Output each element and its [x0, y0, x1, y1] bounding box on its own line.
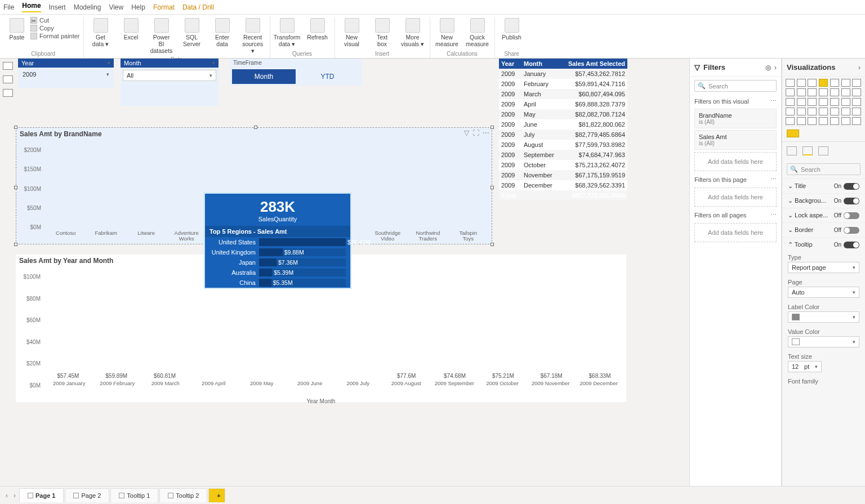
table-row[interactable]: 2009June$81,822,800.062: [499, 119, 627, 130]
slicer-month[interactable]: Month▾ All▾: [121, 59, 219, 106]
ribbon-publish[interactable]: Publish: [498, 17, 525, 42]
viz-type-icon[interactable]: [786, 79, 795, 87]
fmt-page-select[interactable]: Auto▾: [788, 287, 859, 298]
table-row[interactable]: 2009October$75,213,262.4072: [499, 160, 627, 170]
add-page-button[interactable]: +: [208, 488, 225, 502]
fmt-textsize-input[interactable]: 12 pt▾: [788, 361, 822, 372]
format-tooltip[interactable]: ⌃ TooltipOn: [782, 237, 865, 252]
viz-type-icon[interactable]: [786, 88, 795, 96]
viz-type-icon[interactable]: [797, 79, 806, 87]
viz-type-icon[interactable]: [786, 117, 795, 125]
viz-type-icon[interactable]: [797, 117, 806, 125]
viz-type-icon[interactable]: [841, 117, 850, 125]
ribbon-text-box[interactable]: Textbox: [369, 17, 396, 48]
slicer-year-value[interactable]: 2009: [23, 71, 36, 78]
viz-type-icon[interactable]: [852, 88, 861, 96]
ribbon-new-visual[interactable]: Newvisual: [338, 17, 365, 48]
format-tab-icon[interactable]: [802, 146, 813, 155]
analytics-tab-icon[interactable]: [818, 146, 828, 155]
viz-type-icon[interactable]: [852, 98, 861, 106]
viz-type-icon[interactable]: [830, 88, 839, 96]
ribbon-get-data-[interactable]: Getdata ▾: [87, 17, 114, 48]
fmt-valuecolor-select[interactable]: ▾: [788, 336, 859, 347]
viz-type-icon[interactable]: [841, 79, 850, 87]
viz-type-icon[interactable]: [808, 88, 817, 96]
format-backgrou[interactable]: ⌄ Backgrou...On: [782, 193, 865, 208]
table-row[interactable]: 2009January$57,453,262.7812: [499, 69, 627, 79]
copy-button[interactable]: Copy: [30, 25, 80, 32]
table-row[interactable]: 2009February$59,891,424.7116: [499, 79, 627, 89]
viz-type-icon[interactable]: [830, 79, 839, 87]
viz-type-icon[interactable]: [808, 79, 817, 87]
chevron-down-icon[interactable]: ▾: [106, 72, 109, 77]
slicer-month-dropdown[interactable]: All▾: [123, 70, 216, 81]
format-painter-button[interactable]: Format painter: [30, 33, 80, 39]
page-tab[interactable]: Tooltip 2: [159, 488, 207, 502]
ribbon-more-visuals-[interactable]: Morevisuals ▾: [399, 17, 426, 48]
viz-type-icon[interactable]: [797, 108, 806, 115]
format-title[interactable]: ⌄ TitleOn: [782, 179, 865, 193]
more-icon[interactable]: ⋯: [483, 129, 489, 137]
more-icon[interactable]: ⋯: [770, 97, 777, 105]
filter-drop-visual[interactable]: Add data fields here: [694, 152, 777, 171]
filter-drop-page[interactable]: Add data fields here: [694, 188, 777, 207]
viz-type-icon[interactable]: [852, 117, 861, 125]
report-view-icon[interactable]: [3, 62, 13, 70]
table-row[interactable]: 2009July$82,779,485.6864: [499, 130, 627, 140]
focus-icon[interactable]: ⛶: [472, 129, 479, 137]
page-tab[interactable]: Page 2: [65, 488, 109, 502]
timeframe-ytd-button[interactable]: YTD: [296, 69, 359, 84]
menu-format[interactable]: Format: [153, 3, 175, 11]
viz-type-icon[interactable]: [852, 108, 861, 115]
viz-type-icon[interactable]: [830, 108, 839, 115]
format-border[interactable]: ⌄ BorderOff: [782, 222, 865, 237]
viz-type-icon[interactable]: [830, 117, 839, 125]
filter-drop-all[interactable]: Add data fields here: [694, 223, 777, 242]
viz-type-icon[interactable]: [819, 88, 828, 96]
chevron-down-icon[interactable]: ▾: [212, 60, 215, 66]
paste-button[interactable]: Paste: [7, 17, 26, 42]
viz-type-icon[interactable]: [841, 88, 850, 96]
timeframe-month-button[interactable]: Month: [232, 69, 296, 84]
table-row[interactable]: 2009May$82,082,708.7124: [499, 109, 627, 119]
color-chip[interactable]: [787, 130, 799, 137]
chevron-right-icon[interactable]: ›: [858, 64, 860, 72]
menu-help[interactable]: Help: [131, 3, 145, 11]
cut-button[interactable]: ✂Cut: [30, 17, 80, 24]
viz-type-icon[interactable]: [819, 117, 828, 125]
data-view-icon[interactable]: [3, 75, 13, 83]
viz-type-icon[interactable]: [808, 108, 817, 115]
col-sales[interactable]: Sales Amt Selected: [563, 59, 627, 69]
page-tab[interactable]: Tooltip 1: [110, 488, 158, 502]
ribbon-recent-sources-[interactable]: Recentsources ▾: [239, 17, 266, 55]
filter-icon[interactable]: ▽: [464, 129, 469, 137]
slicer-year[interactable]: Year▾ 2009▾: [18, 59, 114, 88]
report-canvas[interactable]: Year▾ 2009▾ Month▾ All▾ TimeFrame Month …: [16, 59, 865, 486]
more-icon[interactable]: ⋯: [770, 176, 777, 183]
tab-prev[interactable]: ‹: [3, 492, 10, 499]
viz-type-icon[interactable]: [797, 88, 806, 96]
filter-card-brandname[interactable]: BrandNameis (All): [694, 109, 777, 128]
menu-insert[interactable]: Insert: [49, 3, 66, 11]
table-row[interactable]: 2009April$69,888,328.7379: [499, 99, 627, 109]
table-row[interactable]: 2009December$68,329,562.3391: [499, 180, 627, 190]
viz-type-icon[interactable]: [819, 79, 828, 87]
table-row[interactable]: 2009September$74,684,747.963: [499, 150, 627, 160]
tab-next[interactable]: ›: [11, 492, 18, 499]
table-row[interactable]: 2009November$67,175,159.9519: [499, 170, 627, 180]
ribbon-sql-server[interactable]: SQLServer: [179, 17, 206, 48]
table-row[interactable]: 2009March$60,807,494.095: [499, 89, 627, 99]
viz-type-icon[interactable]: [808, 117, 817, 125]
ribbon-power-bi-datasets[interactable]: PowerBI datasets: [148, 17, 175, 55]
ribbon-new-measure[interactable]: Newmeasure: [434, 17, 461, 48]
viz-type-icon[interactable]: [852, 79, 861, 87]
fmt-labelcolor-select[interactable]: ▾: [788, 311, 859, 323]
ribbon-excel[interactable]: Excel: [118, 17, 145, 42]
viz-type-icon[interactable]: [841, 108, 850, 115]
viz-type-icon[interactable]: [819, 98, 828, 106]
eye-icon[interactable]: ◎: [765, 64, 771, 72]
viz-type-icon[interactable]: [786, 98, 795, 106]
table-row[interactable]: 2009August$77,599,793.8982: [499, 140, 627, 150]
menu-view[interactable]: View: [109, 3, 123, 11]
col-month[interactable]: Month: [521, 59, 563, 69]
